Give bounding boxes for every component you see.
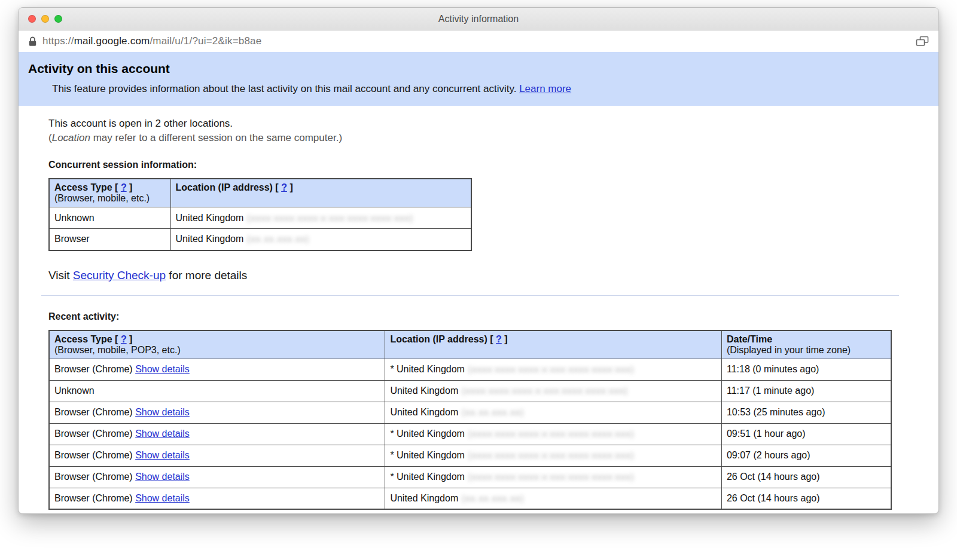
access-type-text: Browser (Chrome) <box>54 493 133 503</box>
table-row: Browser United Kingdom(xx.xx.xxx.xx) <box>49 229 471 250</box>
access-type-cell: Unknown <box>49 380 385 402</box>
show-details-link[interactable]: Show details <box>135 493 190 503</box>
access-type-cell: Browser (Chrome) Show details <box>49 445 385 466</box>
location-title: Location (IP address) [ <box>176 182 279 192</box>
access-type-text: Browser (Chrome) <box>54 450 133 460</box>
table-row: Browser (Chrome) Show details * United K… <box>49 445 891 466</box>
help-link-location[interactable]: ? <box>496 334 502 344</box>
zoom-window-button[interactable] <box>54 15 62 23</box>
location-text: United Kingdom <box>176 234 244 244</box>
concurrent-session-heading: Concurrent session information: <box>48 160 909 170</box>
close-window-button[interactable] <box>28 15 36 23</box>
window-title: Activity information <box>19 14 938 25</box>
access-type-text: Browser (Chrome) <box>54 472 133 482</box>
location-cell: * United Kingdom(xxxx:xxxx:xxxx:x:xxx:xx… <box>385 445 722 466</box>
help-link-access-type[interactable]: ? <box>121 182 127 192</box>
access-type-header: Access Type [ ? ] (Browser, mobile, etc.… <box>49 179 170 207</box>
security-checkup-link[interactable]: Security Check-up <box>73 269 166 281</box>
ip-address-redacted: (xx.xx.xxx.xx) <box>243 234 309 244</box>
bracket-close: ] <box>504 334 507 344</box>
table-row: Browser (Chrome) Show details * United K… <box>49 466 891 488</box>
datetime-cell: 10:53 (25 minutes ago) <box>721 402 891 423</box>
location-note: (Location may refer to a different sessi… <box>48 132 909 144</box>
url-path: /mail/u/1/?ui=2&ik=b8ae <box>150 35 261 47</box>
access-type-cell: Browser <box>49 229 170 250</box>
tab-overview-icon[interactable] <box>916 36 929 47</box>
location-text: * United Kingdom <box>390 429 465 439</box>
url-bar[interactable]: https://mail.google.com/mail/u/1/?ui=2&i… <box>19 30 938 52</box>
location-header: Location (IP address) [ ? ] <box>170 179 471 207</box>
access-type-text: Browser (Chrome) <box>54 429 133 439</box>
show-details-link[interactable]: Show details <box>135 450 190 460</box>
datetime-subtitle: (Displayed in your time zone) <box>727 345 886 356</box>
location-cell: United Kingdom(xxxx:xxxx:xxxx:x:xxx:xxxx… <box>385 380 722 402</box>
ip-address-redacted: (xxxx:xxxx:xxxx:x:xxx:xxxx:xxxx:xxx) <box>465 472 635 482</box>
datetime-cell: 11:17 (1 minute ago) <box>721 380 891 402</box>
datetime-cell: 09:51 (1 hour ago) <box>721 423 891 445</box>
lock-icon <box>28 36 37 47</box>
location-cell: * United Kingdom(xxxx:xxxx:xxxx:x:xxx:xx… <box>385 423 722 445</box>
location-cell: United Kingdom(xxxx:xxxx:xxxx:x:xxx:xxxx… <box>170 207 471 229</box>
ip-address-redacted: (xx.xx.xxx.xx) <box>458 407 524 417</box>
open-locations-summary: This account is open in 2 other location… <box>48 118 909 130</box>
show-details-link[interactable]: Show details <box>135 407 190 417</box>
concurrent-sessions-table: Access Type [ ? ] (Browser, mobile, etc.… <box>48 178 472 251</box>
security-prefix: Visit <box>48 269 73 281</box>
datetime-cell: 11:18 (0 minutes ago) <box>721 359 891 380</box>
ip-address-redacted: (xxxx:xxxx:xxxx:x:xxx:xxxx:xxxx:xxx) <box>465 364 635 374</box>
location-text: United Kingdom <box>390 385 458 396</box>
datetime-header: Date/Time (Displayed in your time zone) <box>721 331 891 359</box>
browser-window: Activity information https://mail.google… <box>18 7 939 514</box>
section-divider <box>41 295 899 296</box>
page-content: This account is open in 2 other location… <box>19 106 938 510</box>
recent-activity-heading: Recent activity: <box>48 311 909 322</box>
bracket-close: ] <box>129 182 132 192</box>
access-type-subtitle: (Browser, mobile, POP3, etc.) <box>54 345 380 356</box>
show-details-link[interactable]: Show details <box>135 472 190 482</box>
access-type-cell: Unknown <box>49 207 170 229</box>
minimize-window-button[interactable] <box>41 15 49 23</box>
location-word: Location <box>52 132 90 143</box>
location-title: Location (IP address) [ <box>390 334 493 344</box>
datetime-title: Date/Time <box>727 334 886 345</box>
recent-activity-table: Access Type [ ? ] (Browser, mobile, POP3… <box>48 330 892 510</box>
access-type-text: Unknown <box>54 385 95 396</box>
table-row: Browser (Chrome) Show details * United K… <box>49 359 891 380</box>
location-text: United Kingdom <box>390 493 458 503</box>
ip-address-redacted: (xxxx:xxxx:xxxx:x:xxx:xxxx:xxxx:xxx) <box>465 429 635 439</box>
access-type-text: Browser (Chrome) <box>54 407 133 417</box>
table-header-row: Access Type [ ? ] (Browser, mobile, POP3… <box>49 331 891 359</box>
location-text: United Kingdom <box>390 407 458 417</box>
access-type-cell: Browser (Chrome) Show details <box>49 466 385 488</box>
header-description-text: This feature provides information about … <box>52 83 516 94</box>
show-details-link[interactable]: Show details <box>135 429 190 439</box>
datetime-cell: 09:07 (2 hours ago) <box>721 445 891 466</box>
location-cell: * United Kingdom(xxxx:xxxx:xxxx:x:xxx:xx… <box>385 359 722 380</box>
access-type-header: Access Type [ ? ] (Browser, mobile, POP3… <box>49 331 385 359</box>
location-note-rest: may refer to a different session on the … <box>90 132 342 143</box>
table-row: Browser (Chrome) Show details United Kin… <box>49 488 891 509</box>
location-header: Location (IP address) [ ? ] <box>385 331 722 359</box>
page-title: Activity on this account <box>28 62 929 76</box>
ip-address-redacted: (xxxx:xxxx:xxxx:x:xxx:xxxx:xxxx:xxx) <box>243 213 413 223</box>
datetime-cell: 26 Oct (14 hours ago) <box>721 466 891 488</box>
page-background: Activity information https://mail.google… <box>0 0 957 521</box>
show-details-link[interactable]: Show details <box>135 364 190 374</box>
ip-address-redacted: (xxxx:xxxx:xxxx:x:xxx:xxxx:xxxx:xxx) <box>458 385 628 396</box>
learn-more-link[interactable]: Learn more <box>519 83 571 94</box>
datetime-cell: 26 Oct (14 hours ago) <box>721 488 891 509</box>
location-text: * United Kingdom <box>390 472 465 482</box>
url-domain: mail.google.com <box>74 35 150 47</box>
help-link-location[interactable]: ? <box>281 182 287 192</box>
table-row: Browser (Chrome) Show details United Kin… <box>49 402 891 423</box>
bracket-close: ] <box>129 334 132 344</box>
location-cell: * United Kingdom(xxxx:xxxx:xxxx:x:xxx:xx… <box>385 466 722 488</box>
access-type-text: Browser (Chrome) <box>54 364 133 374</box>
help-link-access-type[interactable]: ? <box>121 334 127 344</box>
security-suffix: for more details <box>166 269 247 281</box>
url-text: https://mail.google.com/mail/u/1/?ui=2&i… <box>42 35 261 47</box>
location-text: * United Kingdom <box>390 364 465 374</box>
header-description: This feature provides information about … <box>52 83 929 95</box>
bracket-close: ] <box>289 182 292 192</box>
security-checkup-line: Visit Security Check-up for more details <box>48 269 909 282</box>
